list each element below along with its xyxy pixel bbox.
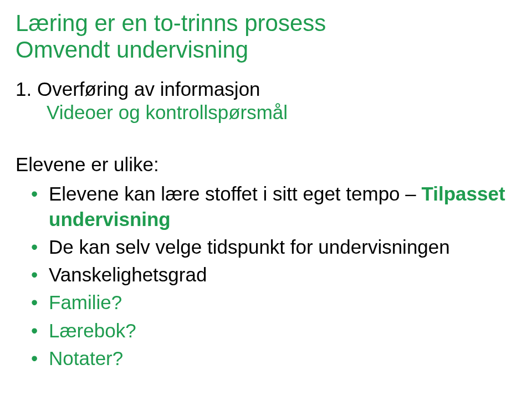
- title-line-1: Læring er en to-trinns prosess: [16, 10, 516, 37]
- slide-title: Læring er en to-trinns prosess Omvendt u…: [16, 10, 516, 64]
- ordered-number: 1.: [16, 78, 32, 100]
- bullet-1-text: Elevene kan lære stoffet i sitt eget tem…: [49, 183, 422, 204]
- section-heading: Elevene er ulike:: [16, 153, 516, 176]
- bullet-item-4: Familie?: [31, 290, 516, 315]
- bullet-item-5: Lærebok?: [31, 318, 516, 343]
- bullet-4-text: Familie?: [49, 291, 122, 313]
- bullet-list: Elevene kan lære stoffet i sitt eget tem…: [16, 181, 516, 371]
- ordered-item-1: 1. Overføring av informasjon: [16, 78, 516, 100]
- ordered-head: Overføring av informasjon: [37, 78, 260, 100]
- bullet-item-2: De kan selv velge tidspunkt for undervis…: [31, 234, 516, 260]
- bullet-item-3: Vanskelighetsgrad: [31, 262, 516, 288]
- slide: Læring er en to-trinns prosess Omvendt u…: [0, 0, 532, 384]
- bullet-5-text: Lærebok?: [49, 320, 136, 341]
- bullet-item-6: Notater?: [31, 346, 516, 371]
- bullet-item-1: Elevene kan lære stoffet i sitt eget tem…: [31, 181, 516, 232]
- ordered-sub: Videoer og kontrollspørsmål: [47, 101, 516, 124]
- title-line-2: Omvendt undervisning: [16, 37, 516, 63]
- bullet-6-text: Notater?: [49, 347, 123, 369]
